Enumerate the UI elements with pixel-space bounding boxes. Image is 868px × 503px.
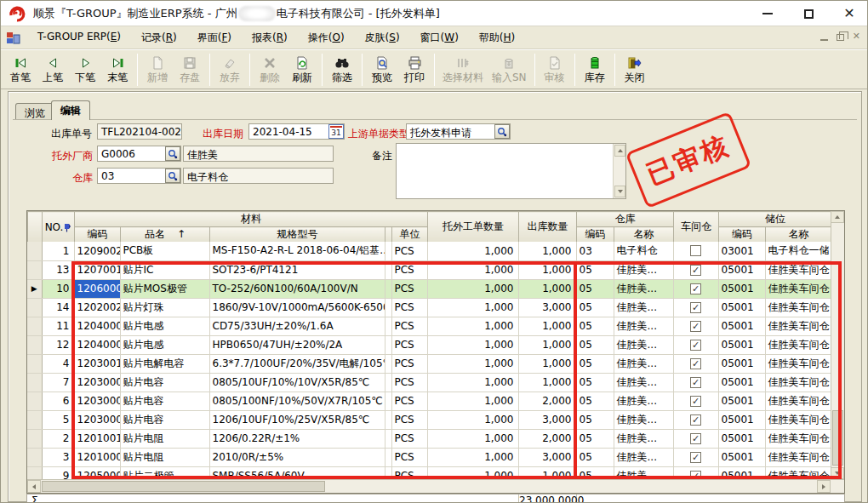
mdi-close-button[interactable]: ✕ [853,31,860,42]
mdi-minimize-button[interactable] [820,39,828,41]
mdi-restore-button[interactable] [837,34,844,41]
cell-loc-name[interactable]: 电子料仓一储 [765,242,831,260]
mdi-document-icon [6,31,20,44]
out-date-field[interactable]: 2021-04-15 31 [248,123,345,140]
col-header-code[interactable]: 编码 [75,227,121,243]
scroll-left-icon[interactable] [27,480,41,493]
cell-no[interactable]: 1 [42,242,74,260]
col-header-spec[interactable]: 规格型号 [210,227,385,243]
sort-asc-icon: ↑ [177,228,186,240]
doc-no-field[interactable]: TFL202104-0022 [97,123,182,140]
cell-workshop-checkbox[interactable] [673,242,718,260]
cell-spec[interactable]: MS-F150-A2-R-L 2018-06-04/铝基... [209,242,385,260]
close-button[interactable]: ✕ [840,4,859,23]
cell-no[interactable]: 13 [42,260,74,279]
menu-item-0[interactable]: T-GROUP ERP(E) [27,27,131,49]
scroll-right-icon[interactable] [817,480,831,493]
toolbar-button-23[interactable]: 库存 [580,52,610,88]
grid-horizontal-scrollbar[interactable] [27,479,844,493]
vendor-lookup-button[interactable] [165,146,180,161]
col-header-name[interactable]: 品名↑ [121,227,210,243]
hscroll-thumb[interactable] [42,481,325,492]
col-group-location[interactable]: 储位 [719,212,832,227]
toolbar-button-2[interactable]: 下笔 [70,52,100,88]
toolbar-button-16[interactable]: 打印 [399,52,430,88]
cell-wh-code[interactable]: 03 [576,242,614,260]
menu-item-2[interactable]: 界面(F) [187,27,242,49]
vendor-code-field[interactable]: G0006 [97,146,181,162]
cell-no[interactable]: 11 [42,317,74,335]
toolbar-button-1[interactable]: 上笔 [37,52,68,88]
menu-item-7[interactable]: 帮助(H) [469,27,525,49]
col-header-workshop[interactable]: 车间仓 [674,212,719,243]
col-header-loc-code[interactable]: 编码 [719,227,766,243]
cell-no[interactable]: 12 [42,335,74,354]
row-indicator [27,373,42,392]
toolbar-button-11[interactable]: 刷新 [287,52,317,88]
pin-icon [64,223,71,232]
toolbar-button-label: 下笔 [75,71,95,83]
upstream-lookup-button[interactable] [494,124,510,139]
menu-item-3[interactable]: 报表(R) [242,27,298,49]
col-group-warehouse[interactable]: 仓库 [577,212,674,227]
menu-item-5[interactable]: 皮肤(S) [355,27,410,49]
remark-textarea[interactable] [396,143,626,199]
tab-edit[interactable]: 编辑 [51,100,90,120]
scroll-up-icon[interactable] [831,211,844,223]
warehouse-lookup-button[interactable] [165,169,180,183]
col-header-wh-code[interactable]: 编码 [577,227,614,243]
menu-item-4[interactable]: 操作(O) [298,27,355,49]
menu-item-1[interactable]: 记录(R) [131,27,187,49]
col-header-loc-name[interactable]: 名称 [766,227,832,243]
upstream-type-field[interactable]: 托外发料申请 [406,123,511,140]
cell-no[interactable]: 3 [42,448,74,466]
cell-no[interactable]: 14 [42,298,74,317]
cell-no[interactable]: 5 [42,410,74,429]
toolbar-button-15[interactable]: 预览 [367,52,397,88]
toolbar-button-25[interactable]: 关闭 [620,52,650,88]
toolbar-button-label: 审核 [545,71,565,83]
cell-code[interactable]: 12090029 [74,242,120,260]
cell-no[interactable]: 9 [42,466,74,479]
scroll-up-icon[interactable] [614,145,625,157]
toolbar-button-3[interactable]: 末笔 [102,52,133,88]
toolbar-separator [614,54,615,86]
doc-no-label: 出库单号 [51,127,92,140]
col-header-no[interactable]: NO. [43,212,75,243]
col-header-pad[interactable] [385,227,392,243]
menu-item-6[interactable]: 窗口(W) [410,27,469,49]
table-row[interactable]: 112090029PCB板MS-F150-A2-R-L 2018-06-04/铝… [27,242,831,260]
maximize-button[interactable] [799,4,818,23]
preview-icon [374,55,390,71]
toolbar-button-13[interactable]: 筛选 [327,52,357,88]
toolbar-separator [574,54,575,86]
cell-no[interactable]: 2 [42,429,74,448]
cell-loc-code[interactable]: 03001 [718,242,765,260]
cell-no[interactable]: 4 [42,354,74,373]
col-header-wh-name[interactable]: 名称 [614,227,674,243]
warehouse-code-field[interactable]: 03 [97,168,181,184]
col-header-out-qty[interactable]: 出库数量 [519,212,577,243]
calendar-button[interactable]: 31 [328,124,344,139]
cell-out-qty[interactable]: 1,000 [518,242,576,260]
minimize-button[interactable] [758,4,777,23]
toolbar-button-0[interactable]: 首笔 [5,52,36,88]
scroll-down-icon[interactable] [614,186,625,197]
col-group-material[interactable]: 材料 [75,212,428,227]
toolbar-separator [434,54,435,86]
tab-browse[interactable]: 浏览 [15,103,54,120]
col-header-unit[interactable]: 单位 [392,227,428,243]
cell-no[interactable]: 6 [42,392,74,410]
toolbar-button-5: 新增 [142,52,173,88]
redaction-blur [238,6,276,21]
cell-no[interactable]: 7 [42,373,74,392]
toolbar-button-label: 上笔 [43,71,63,83]
checkbox-unchecked-icon[interactable] [690,245,701,256]
cell-name[interactable]: PCB板 [120,242,209,260]
remark-scrollbar[interactable] [613,144,625,198]
cell-order-qty[interactable]: 1,000 [427,242,518,260]
cell-unit[interactable]: PCS [391,242,427,260]
cell-no[interactable]: 10 [42,279,74,298]
col-header-order-qty[interactable]: 托外工单数量 [428,212,519,243]
cell-wh-name[interactable]: 电子料仓 [614,242,673,260]
